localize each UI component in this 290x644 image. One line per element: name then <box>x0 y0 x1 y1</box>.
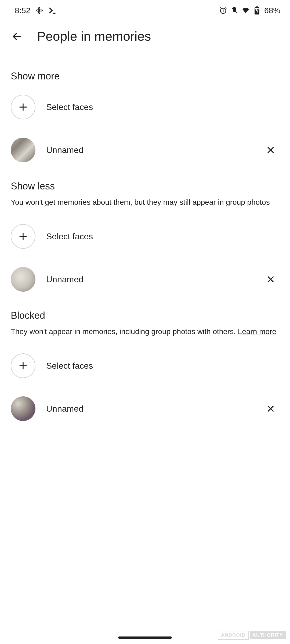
arrow-left-icon <box>12 31 23 42</box>
content: Show more Select faces Unnamed Show less… <box>0 54 290 421</box>
avatar <box>11 396 35 421</box>
section-show-more: Show more Select faces Unnamed <box>11 71 279 162</box>
header: People in memories <box>0 21 290 54</box>
alarm-icon <box>219 6 227 14</box>
wifi-icon <box>242 6 250 14</box>
section-blocked: Blocked They won't appear in memories, i… <box>11 310 279 421</box>
face-item-blocked[interactable]: Unnamed <box>11 396 279 421</box>
add-icon-circle <box>11 353 35 378</box>
terminal-icon <box>48 6 56 14</box>
select-faces-blocked[interactable]: Select faces <box>11 353 279 378</box>
section-title-show-less: Show less <box>11 181 279 192</box>
blocked-description-text: They won't appear in memories, including… <box>11 327 238 336</box>
face-item-show-more[interactable]: Unnamed <box>11 138 279 162</box>
remove-button[interactable] <box>265 145 276 155</box>
remove-button[interactable] <box>265 403 276 414</box>
close-icon <box>266 404 276 414</box>
avatar <box>11 267 35 292</box>
svg-rect-3 <box>255 10 259 14</box>
learn-more-link[interactable]: Learn more <box>238 327 276 336</box>
mute-icon <box>230 6 238 14</box>
watermark-left: ANDROID <box>218 631 249 640</box>
select-faces-show-less[interactable]: Select faces <box>11 224 279 249</box>
watermark: ANDROID AUTHORITY <box>218 631 286 640</box>
pinwheel-icon <box>35 6 43 14</box>
status-bar: 8:52 68% <box>0 0 290 21</box>
plus-icon <box>18 231 28 242</box>
face-name-label: Unnamed <box>46 404 265 414</box>
section-title-show-more: Show more <box>11 71 279 82</box>
svg-rect-2 <box>256 7 258 8</box>
select-faces-label: Select faces <box>46 102 279 112</box>
face-item-show-less[interactable]: Unnamed <box>11 267 279 292</box>
close-icon <box>266 275 276 284</box>
battery-icon <box>253 6 261 14</box>
watermark-right: AUTHORITY <box>250 631 286 639</box>
close-icon <box>266 145 276 155</box>
select-faces-label: Select faces <box>46 232 279 241</box>
section-description-show-less: You won't get memories about them, but t… <box>11 197 279 208</box>
select-faces-label: Select faces <box>46 361 279 371</box>
page-title: People in memories <box>37 29 151 44</box>
navigation-handle[interactable] <box>118 636 172 639</box>
status-time: 8:52 <box>15 6 30 15</box>
back-button[interactable] <box>11 30 24 43</box>
face-name-label: Unnamed <box>46 145 265 155</box>
section-show-less: Show less You won't get memories about t… <box>11 181 279 292</box>
avatar <box>11 138 35 162</box>
add-icon-circle <box>11 224 35 249</box>
section-description-blocked: They won't appear in memories, including… <box>11 326 279 337</box>
battery-percent: 68% <box>264 6 280 15</box>
plus-icon <box>18 360 28 371</box>
face-name-label: Unnamed <box>46 275 265 284</box>
plus-icon <box>18 102 28 112</box>
section-title-blocked: Blocked <box>11 310 279 321</box>
add-icon-circle <box>11 95 35 119</box>
remove-button[interactable] <box>265 274 276 285</box>
select-faces-show-more[interactable]: Select faces <box>11 95 279 119</box>
status-bar-right: 68% <box>219 6 280 15</box>
status-bar-left: 8:52 <box>15 6 56 15</box>
